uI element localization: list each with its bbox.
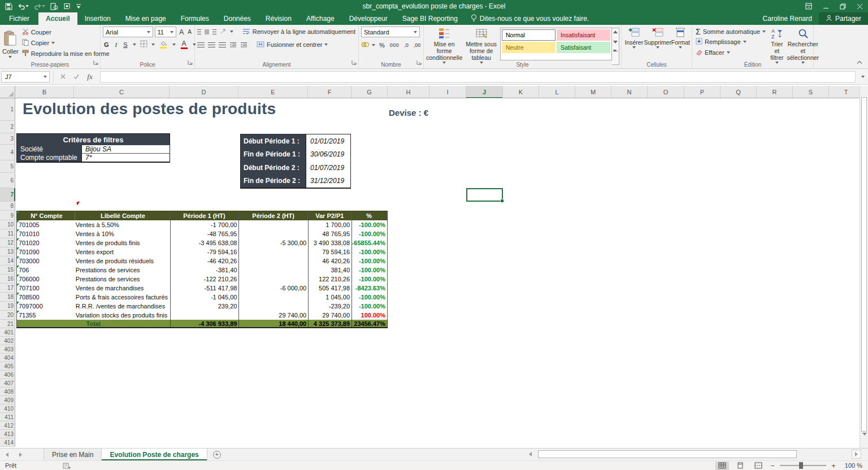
name-box[interactable]: J7: [1, 71, 50, 82]
ribbon-tab[interactable]: Insertion: [77, 12, 118, 25]
scroll-right-icon[interactable]: [852, 450, 861, 459]
cell-pct[interactable]: -8423.63%: [351, 284, 388, 293]
row-header[interactable]: 411: [0, 413, 15, 421]
cell-compte[interactable]: 701090: [17, 247, 75, 256]
period-value-cell[interactable]: 31/12/2019: [306, 175, 350, 188]
column-header[interactable]: L: [539, 86, 575, 98]
column-header[interactable]: B: [15, 86, 74, 98]
increase-indent-icon[interactable]: [240, 40, 248, 50]
sheet-tab[interactable]: Prise en Main: [44, 449, 102, 460]
cancel-icon[interactable]: [56, 71, 70, 82]
clear-button[interactable]: Effacer: [695, 48, 767, 57]
cell-periode1[interactable]: -48 765,95: [170, 229, 239, 238]
cell-pct[interactable]: -100.00%: [351, 247, 388, 256]
cell-pct[interactable]: -100.00%: [351, 229, 388, 238]
cell-style-option[interactable]: Insatisfaisant: [557, 29, 610, 41]
column-header[interactable]: Q: [721, 86, 757, 98]
cell-style-option[interactable]: Satisfaisant: [557, 42, 610, 53]
comma-style-button[interactable]: 000: [389, 42, 401, 49]
vertical-scrollbar[interactable]: [860, 86, 868, 448]
copy-button[interactable]: Copier: [21, 38, 111, 47]
column-header[interactable]: P: [684, 86, 721, 98]
user-name[interactable]: Caroline Renard: [756, 12, 819, 25]
total-pct[interactable]: 23456.47%: [351, 320, 388, 327]
row-header[interactable]: 401: [0, 328, 15, 337]
merge-center-button[interactable]: Fusionner et centrer: [255, 41, 329, 49]
ribbon-tab[interactable]: Révision: [258, 12, 299, 25]
ribbon-tab[interactable]: Fichier: [0, 12, 38, 25]
row-header[interactable]: 4: [0, 145, 15, 160]
cell-pct[interactable]: -100.00%: [351, 256, 388, 266]
cell-compte[interactable]: 7097000: [17, 302, 75, 311]
wrap-text-button[interactable]: Renvoyer à la ligne automatiquement: [241, 28, 357, 36]
filter-value-cell[interactable]: Bijou SA: [81, 145, 170, 153]
zoom-slider[interactable]: [780, 465, 826, 466]
cell-compte[interactable]: 701020: [17, 238, 75, 247]
cell-periode1[interactable]: 239,20: [170, 302, 239, 311]
row-header[interactable]: 14: [0, 256, 15, 266]
cell-style-option[interactable]: Neutre: [502, 42, 555, 53]
cell-periode1[interactable]: -3 495 638,08: [170, 238, 239, 247]
cell-libelle[interactable]: Ventes de marchandises: [75, 284, 170, 293]
sheet-nav-left-icon[interactable]: [0, 449, 14, 460]
horizontal-scrollbar[interactable]: [527, 450, 849, 459]
row-header[interactable]: 16: [0, 275, 15, 284]
horizontal-scroll-thumb[interactable]: [538, 450, 797, 458]
cell-periode1[interactable]: -381,40: [170, 266, 239, 275]
cell-periode2[interactable]: [238, 229, 308, 238]
zoom-level[interactable]: 100 %: [841, 462, 862, 469]
cell-var[interactable]: 46 420,26: [308, 256, 351, 266]
row-header[interactable]: 409: [0, 396, 15, 404]
dialog-launcher-icon[interactable]: [188, 57, 193, 67]
align-middle-icon[interactable]: [205, 29, 209, 34]
row-header[interactable]: 6: [0, 173, 15, 188]
number-format-combo[interactable]: Standard: [361, 27, 420, 37]
cell-periode2[interactable]: 29 740,00: [238, 311, 308, 320]
accounting-format-icon[interactable]: [361, 40, 369, 50]
decrease-decimal-button[interactable]: ,00: [413, 42, 422, 49]
column-header[interactable]: I: [429, 86, 466, 98]
fill-color-icon[interactable]: [159, 40, 168, 49]
cell-style-option[interactable]: Normal: [502, 29, 555, 41]
dialog-launcher-icon[interactable]: [416, 57, 422, 67]
autosum-button[interactable]: ΣSomme automatique: [695, 28, 767, 36]
gallery-down-icon[interactable]: [613, 41, 618, 43]
page-break-view-icon[interactable]: [752, 462, 765, 470]
delete-cells-button[interactable]: Supprimer: [645, 27, 670, 60]
cell-var[interactable]: 1 045,00: [308, 293, 351, 302]
row-header[interactable]: 408: [0, 388, 15, 396]
scroll-down-icon[interactable]: [862, 436, 867, 446]
undo-icon[interactable]: [18, 3, 29, 10]
period-value-cell[interactable]: 30/06/2019: [306, 148, 350, 162]
row-header[interactable]: 1: [0, 98, 15, 121]
ribbon-tab[interactable]: Formules: [173, 12, 216, 25]
underline-button[interactable]: S: [122, 41, 128, 49]
ribbon-tab[interactable]: Développeur: [342, 12, 395, 25]
cell-pct[interactable]: -100.00%: [351, 220, 388, 229]
cell-periode2[interactable]: [238, 275, 308, 284]
cell-periode1[interactable]: -122 210,26: [170, 275, 239, 284]
row-header[interactable]: 10: [0, 220, 15, 229]
cell-var[interactable]: 3 490 338,08: [308, 238, 351, 247]
column-header[interactable]: R: [757, 86, 793, 98]
ribbon-tab[interactable]: Données: [216, 12, 258, 25]
column-header[interactable]: C: [74, 86, 170, 98]
font-size-combo[interactable]: 11: [155, 27, 177, 37]
dialog-launcher-icon[interactable]: [93, 57, 98, 67]
cell-var[interactable]: 1 700,00: [308, 220, 351, 229]
gallery-up-icon[interactable]: [613, 31, 618, 33]
cell-pct[interactable]: -100.00%: [351, 266, 388, 275]
row-header[interactable]: 413: [0, 430, 15, 438]
grow-font-button[interactable]: A: [178, 28, 185, 37]
cell-periode2[interactable]: [238, 293, 308, 302]
row-header[interactable]: 15: [0, 266, 15, 275]
cell-periode2[interactable]: -6 000,00: [238, 284, 308, 293]
total-periode1[interactable]: -4 306 933,89: [170, 320, 239, 327]
format-as-table-button[interactable]: Mettre sous forme de tableau: [465, 27, 498, 60]
cell-libelle[interactable]: Ventes export: [75, 247, 170, 256]
align-top-icon[interactable]: [197, 29, 201, 34]
cell-var[interactable]: 79 594,16: [308, 247, 351, 256]
align-left-icon[interactable]: [197, 42, 205, 47]
column-header[interactable]: G: [351, 86, 388, 98]
sheet-nav-right-icon[interactable]: [14, 449, 27, 460]
